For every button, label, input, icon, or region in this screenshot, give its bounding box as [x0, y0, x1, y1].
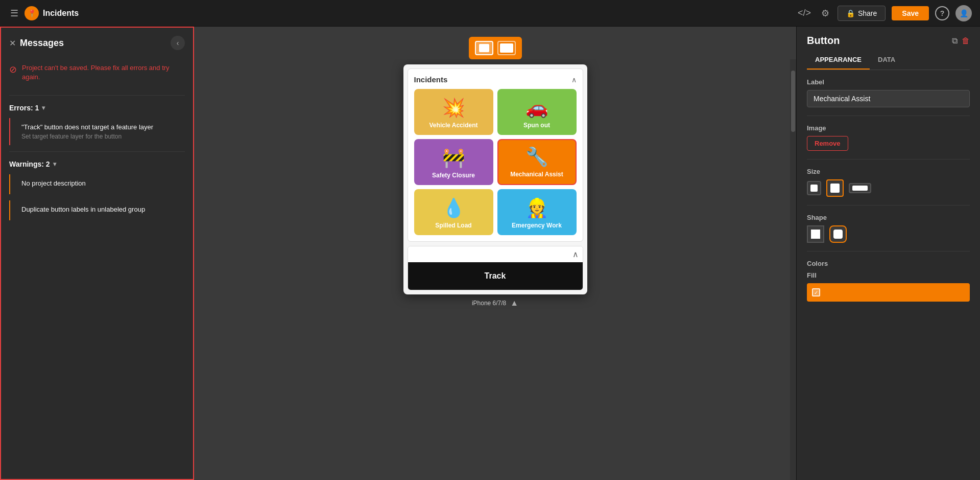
- vehicle-accident-icon: 💥: [442, 97, 465, 119]
- shape-square-option[interactable]: [807, 225, 824, 243]
- canvas-scroll-area: Incidents ∧ 💥 Vehicle Accident 🚗: [194, 59, 796, 480]
- errors-section-header[interactable]: Errors: 1 ▾: [1, 100, 193, 116]
- emergency-work-icon: 👷: [525, 197, 548, 219]
- messages-panel: ✕ Messages ‹ ⊘ Project can't be saved. P…: [0, 27, 194, 480]
- messages-header: ✕ Messages ‹: [1, 28, 193, 54]
- incident-card-emergency-work[interactable]: 👷 Emergency Work: [497, 189, 577, 235]
- incident-card-spun-out[interactable]: 🚗 Spun out: [497, 89, 577, 135]
- track-chevron-icon: ∧: [572, 249, 579, 259]
- messages-title: Messages: [20, 38, 166, 49]
- colors-section-title: Colors: [807, 260, 970, 267]
- incident-card-mechanical-assist[interactable]: 🔧 Mechanical Assist: [497, 139, 577, 185]
- app-icon: 📍: [25, 6, 39, 20]
- incidents-title: Incidents: [414, 75, 448, 84]
- nav-actions: </> ⚙ 🔒 Share Save ? 👤: [796, 5, 972, 21]
- remove-image-button[interactable]: Remove: [807, 136, 848, 151]
- lock-icon: 🔒: [846, 9, 855, 17]
- divider-1: [9, 95, 185, 96]
- share-button[interactable]: 🔒 Share: [838, 6, 886, 21]
- safety-closure-icon: 🚧: [442, 147, 465, 169]
- shape-rounded-option[interactable]: [829, 225, 847, 243]
- delete-button[interactable]: 🗑: [962, 36, 970, 45]
- phone-view-button[interactable]: [475, 41, 493, 55]
- warning-item-1-title: No project description: [21, 179, 177, 187]
- warning-item-1: No project description: [9, 174, 185, 194]
- size-medium-option[interactable]: [826, 179, 844, 197]
- shape-section: Shape: [797, 205, 980, 251]
- right-panel-actions: ⧉ 🗑: [952, 36, 970, 45]
- warning-item-2-title: Duplicate button labels in unlabeled gro…: [21, 205, 177, 213]
- shape-rounded-icon: [833, 230, 843, 239]
- help-button[interactable]: ?: [935, 6, 949, 20]
- track-button[interactable]: Track: [408, 262, 583, 290]
- shape-options: [807, 225, 970, 243]
- label-section-title: Label: [807, 78, 970, 86]
- right-panel: Button ⧉ 🗑 APPEARANCE DATA Label Image R…: [796, 27, 980, 480]
- incident-card-safety-closure[interactable]: 🚧 Safety Closure: [414, 139, 493, 185]
- right-panel-tabs: APPEARANCE DATA: [807, 51, 970, 70]
- warnings-section-header[interactable]: Warnings: 2 ▾: [1, 156, 193, 172]
- error-item-1: "Track" button does not target a feature…: [9, 118, 185, 145]
- incident-card-spilled-load[interactable]: 💧 Spilled Load: [414, 189, 493, 235]
- size-large-option[interactable]: [849, 183, 871, 193]
- colors-section: Colors Fill ✓: [797, 252, 980, 310]
- canvas-area: Incidents ∧ 💥 Vehicle Accident 🚗: [194, 27, 796, 480]
- messages-close-button[interactable]: ✕: [9, 38, 16, 48]
- size-options: [807, 179, 970, 197]
- shape-square-icon: [811, 230, 820, 239]
- fill-color-preview[interactable]: ✓: [807, 283, 970, 302]
- size-small-icon: [810, 185, 818, 192]
- app-logo: ☰ 📍 Incidents: [8, 6, 79, 21]
- scroll-track[interactable]: [790, 59, 796, 480]
- right-panel-header: Button ⧉ 🗑: [797, 27, 980, 51]
- warning-item-2: Duplicate button labels in unlabeled gro…: [9, 200, 185, 220]
- size-medium-icon: [830, 184, 840, 193]
- incident-card-vehicle-accident[interactable]: 💥 Vehicle Accident: [414, 89, 493, 135]
- vehicle-accident-label: Vehicle Accident: [429, 122, 478, 129]
- error-banner: ⊘ Project can't be saved. Please fix all…: [9, 58, 185, 87]
- mechanical-assist-icon: 🔧: [525, 146, 548, 168]
- errors-chevron-icon: ▾: [42, 104, 45, 111]
- spilled-load-label: Spilled Load: [435, 222, 471, 229]
- phone-label: iPhone 6/7/8 ▲: [472, 299, 518, 308]
- warnings-chevron-icon: ▾: [53, 161, 56, 168]
- error-message-text: Project can't be saved. Please fix all e…: [22, 63, 185, 82]
- incidents-section: Incidents ∧ 💥 Vehicle Accident 🚗: [408, 68, 583, 242]
- size-small-option[interactable]: [807, 181, 821, 195]
- mechanical-assist-label: Mechanical Assist: [510, 171, 563, 178]
- fill-label: Fill: [807, 271, 970, 279]
- spun-out-label: Spun out: [523, 122, 550, 129]
- divider-2: [9, 151, 185, 152]
- spun-out-icon: 🚗: [525, 97, 548, 119]
- error-item-title: "Track" button does not target a feature…: [21, 123, 177, 131]
- fill-checkbox[interactable]: ✓: [812, 288, 820, 296]
- messages-collapse-button[interactable]: ‹: [171, 36, 185, 50]
- size-section-title: Size: [807, 168, 970, 175]
- shape-section-title: Shape: [807, 214, 970, 221]
- tablet-view-button[interactable]: [497, 41, 516, 55]
- phone-frame: Incidents ∧ 💥 Vehicle Accident 🚗: [403, 64, 587, 294]
- error-item-subtitle: Set target feature layer for the button: [21, 133, 177, 140]
- phone-label-arrow-icon[interactable]: ▲: [510, 299, 518, 308]
- scroll-thumb: [791, 71, 795, 132]
- label-input[interactable]: [807, 90, 970, 107]
- tab-appearance[interactable]: APPEARANCE: [807, 51, 870, 70]
- tab-data[interactable]: DATA: [870, 51, 903, 70]
- incidents-chevron-icon: ∧: [571, 76, 577, 84]
- duplicate-button[interactable]: ⧉: [952, 36, 958, 45]
- top-navigation: ☰ 📍 Incidents </> ⚙ 🔒 Share Save ? 👤: [0, 0, 980, 27]
- settings-icon[interactable]: ⚙: [819, 6, 831, 21]
- error-circle-icon: ⊘: [9, 64, 17, 75]
- phone-icon: [479, 44, 489, 52]
- code-icon[interactable]: </>: [796, 6, 813, 20]
- main-layout: ✕ Messages ‹ ⊘ Project can't be saved. P…: [0, 27, 980, 480]
- incident-grid: 💥 Vehicle Accident 🚗 Spun out 🚧: [414, 89, 577, 235]
- right-panel-title: Button: [807, 35, 948, 47]
- image-section: Image Remove: [797, 116, 980, 159]
- save-button[interactable]: Save: [892, 6, 929, 20]
- label-section: Label: [797, 70, 980, 116]
- spilled-load-icon: 💧: [442, 197, 465, 219]
- incidents-header: Incidents ∧: [414, 75, 577, 84]
- hamburger-menu[interactable]: ☰: [8, 6, 20, 21]
- image-section-title: Image: [807, 124, 970, 132]
